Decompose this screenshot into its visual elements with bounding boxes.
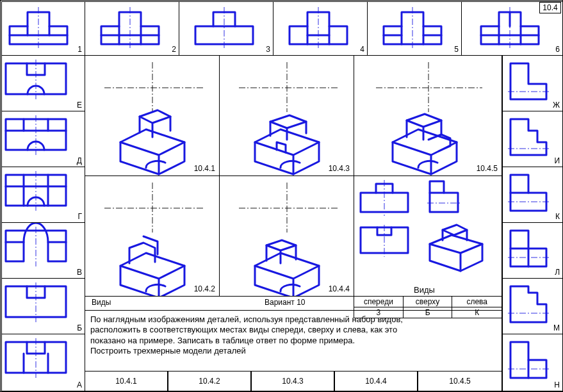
example-block [354,176,502,296]
top-label-1: 1 [78,45,82,54]
top-cell-3: 3 [179,1,273,55]
left-cell-V: В [1,222,85,278]
right-cell-L: Л [502,222,563,278]
central-label-3: 10.4.3 [329,164,350,173]
variant-title: Вариант 10 [265,298,306,307]
left-label-E: Е [77,101,82,110]
bottom-cell-5: 10.4.5 [418,371,502,391]
answer-header-left: слева [452,297,502,307]
left-label-V: В [77,268,82,277]
right-label-K: К [555,212,560,221]
right-label-M: М [553,323,560,332]
vidy-title: Виды [92,298,111,307]
central-label-5: 10.4.5 [477,164,498,173]
left-cell-D: Д [1,111,85,167]
right-label-N: Н [554,380,560,389]
top-cell-2: 2 [85,1,179,55]
central-10.4.4: 10.4.4 [219,176,354,296]
instructions-block: По наглядным изображениям деталей, испол… [85,310,502,371]
bottom-label-3: 10.4.3 [282,377,303,386]
central-10.4.3: 10.4.3 [219,55,354,176]
central-label-1: 10.4.1 [194,164,215,173]
vidy2-title: Виды [414,285,435,295]
top-cell-4: 4 [273,1,367,55]
titles-row: Виды Вариант 10 [85,296,354,310]
bottom-cell-1: 10.4.1 [85,371,168,391]
bottom-label-5: 10.4.5 [449,377,470,386]
bottom-cell-4: 10.4.4 [334,371,418,391]
central-10.4.2: 10.4.2 [85,176,219,296]
left-label-B: Б [77,323,82,332]
top-label-2: 2 [172,45,176,54]
bottom-cell-3: 10.4.3 [251,371,334,391]
bottom-cell-2: 10.4.2 [168,371,251,391]
right-cell-N: Н [502,334,563,391]
right-cell-K: К [502,167,563,222]
left-label-G: Г [78,212,83,221]
answer-header-front: спереди [354,297,404,307]
right-cell-Zh: Ж [502,55,563,111]
instruction-line-1: По наглядным изображениям деталей, испол… [90,314,494,325]
left-cell-A: А [1,334,85,391]
right-cell-I: И [502,111,563,167]
left-cell-B: Б [1,278,85,334]
top-label-3: 3 [266,45,270,54]
top-cell-1: 1 [1,1,85,55]
bottom-label-4: 10.4.4 [365,377,386,386]
central-label-4: 10.4.4 [329,284,350,293]
bottom-label-1: 10.4.1 [115,377,136,386]
top-cell-5: 5 [367,1,461,55]
left-cell-G: Г [1,167,85,222]
answer-header-top: сверху [403,297,452,307]
top-cell-6: 6 [461,1,563,55]
top-label-5: 5 [454,45,459,54]
top-label-4: 4 [360,45,364,54]
right-label-I: И [554,156,560,165]
right-cell-M: М [502,278,563,334]
instruction-line-4: Построить трехмерные модели деталей [90,346,494,356]
bottom-label-2: 10.4.2 [199,377,220,386]
central-10.4.5: 10.4.5 [354,55,502,176]
central-label-2: 10.4.2 [194,284,215,293]
instruction-line-2: расположить в соответствующих местах вид… [90,325,494,335]
left-cell-E: Е [1,55,85,111]
right-label-Zh: Ж [553,101,560,110]
left-label-D: Д [77,156,82,165]
instruction-line-3: показано на примере. Записать в таблице … [90,336,494,346]
top-label-6: 6 [555,45,560,54]
right-label-L: Л [555,268,560,277]
left-label-A: А [77,380,82,389]
central-10.4.1: 10.4.1 [85,55,219,176]
